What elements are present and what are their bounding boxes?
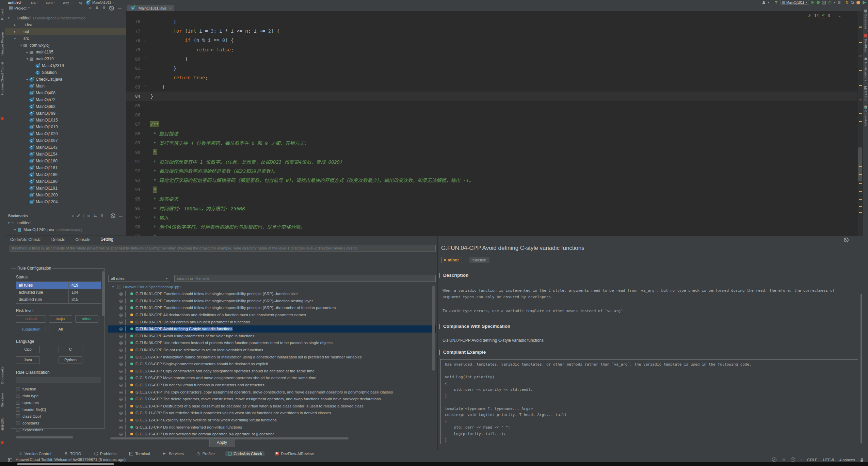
breadcrumb-item[interactable]: oj › (73, 0, 86, 5)
rule-row[interactable]: G.FUN.07-CPP Do not use std::move to ret… (108, 347, 436, 354)
rule-checkbox-cell[interactable] (125, 355, 130, 359)
eye-icon[interactable] (119, 312, 125, 317)
editor-line[interactable]: 96 * 时间限制: 1000ms，内存限制: 256MB (126, 204, 857, 213)
rule-checkbox-cell[interactable] (125, 369, 130, 373)
collapse-all-icon[interactable]: ⇈ (102, 6, 106, 10)
eye-icon[interactable] (119, 334, 125, 338)
eye-icon[interactable] (119, 375, 125, 380)
apply-button[interactable]: Apply (209, 438, 235, 447)
editor-line[interactable]: 88 * 题目描述 (126, 129, 857, 138)
rule-row[interactable]: G.FUN.03-CPP Do not contain any unused p… (108, 318, 436, 325)
locate-file-icon[interactable]: ⊕ (89, 6, 92, 10)
language-button[interactable]: Cpp (16, 346, 40, 353)
status-message[interactable]: Huawei Cloud Toolkit: Welcome! hw0817996… (16, 457, 126, 462)
tree-row[interactable]: MainOj799 (5, 110, 126, 117)
line-number[interactable]: 77 (126, 29, 140, 34)
fold-marker-icon[interactable] (140, 29, 150, 33)
checkbox[interactable] (125, 340, 126, 346)
rule-row[interactable]: G.CLS.05-CPP Move constructors and move … (108, 374, 436, 382)
line-number[interactable]: 88 (126, 131, 140, 136)
line-number[interactable]: 83 (126, 84, 140, 90)
editor-line[interactable]: 87 /** (126, 119, 857, 129)
breadcrumb-item[interactable]: wxy › (57, 0, 73, 5)
line-number[interactable]: 80 (126, 57, 140, 62)
rule-row[interactable]: G.FUN.01-CPP Functions should follow the… (108, 304, 436, 311)
stripe-tab-project[interactable]: Project (0, 9, 4, 20)
checkbox[interactable] (16, 421, 20, 425)
classification-row[interactable]: function (16, 386, 100, 392)
eye-icon[interactable] (119, 320, 125, 324)
eye-icon[interactable] (119, 326, 125, 331)
rule-checkbox-cell[interactable] (125, 383, 130, 387)
checklist-hscrollbar[interactable] (16, 436, 100, 438)
right-stripe-tab[interactable]: Notifications (863, 57, 868, 81)
rule-row[interactable]: G.CLS.12-CPP Explicitly specify override… (108, 417, 436, 424)
checkbox[interactable] (125, 298, 126, 304)
classification-row[interactable]: constants (16, 420, 100, 427)
rule-checkbox-cell[interactable] (125, 312, 130, 317)
eye-icon[interactable] (119, 305, 125, 310)
checkbox[interactable] (125, 410, 126, 416)
rule-checkbox-cell[interactable] (125, 375, 130, 380)
tree-row[interactable]: MainOj2319 (5, 62, 126, 69)
rule-row[interactable]: G.CLS.13-CPP Do not redefine inherited n… (108, 423, 436, 431)
rule-checkbox-cell[interactable] (125, 291, 130, 296)
tree-chevron-icon[interactable] (7, 221, 11, 225)
breadcrumb-item[interactable]: MainOj1811 › (86, 0, 115, 5)
checkbox[interactable] (125, 319, 126, 325)
editor-line[interactable]: 92 * 每次操作后的数字必须始终是素数（如23和29是素数）。 (126, 166, 857, 175)
search-everywhere-icon[interactable] (851, 1, 854, 4)
eye-icon[interactable] (119, 390, 125, 395)
rule-checkbox-cell[interactable] (125, 397, 130, 401)
tool-window-button[interactable]: Profiler (194, 451, 217, 456)
tree-row[interactable]: untitled D:\workspace\Practise\untitled (5, 15, 126, 21)
tree-row[interactable]: MainOj1180 (5, 158, 126, 164)
risk-level-button[interactable]: major (49, 315, 72, 323)
risk-level-button[interactable]: suggestion (16, 326, 46, 333)
editor-line[interactable]: 84 } (126, 92, 857, 101)
rule-checkbox-cell[interactable] (125, 326, 130, 331)
risk-level-button[interactable]: All (49, 326, 72, 333)
checkbox[interactable] (117, 285, 121, 289)
stop-button[interactable] (838, 1, 840, 4)
tree-chevron-icon[interactable] (13, 228, 17, 231)
checkbox[interactable] (125, 375, 126, 381)
bookmark-row[interactable]: MainOj1249.java src/com/wxy/oj (5, 226, 126, 233)
eye-icon[interactable] (119, 425, 125, 430)
editor-line[interactable]: 94 * (126, 185, 857, 194)
fold-marker-icon[interactable] (140, 57, 150, 61)
line-number[interactable]: 95 (126, 196, 140, 202)
rule-row[interactable]: G.CLS.02-CPP Initialization during decla… (108, 353, 436, 360)
hide-panel-icon[interactable]: — (119, 214, 123, 218)
editor-line[interactable]: 95 * 解答要求 (126, 194, 857, 203)
editor-line[interactable]: 80 } (126, 54, 857, 64)
editor-tab[interactable]: MainOj1811.java × (127, 5, 174, 11)
checkbox[interactable] (16, 401, 20, 405)
editor-line[interactable]: 83 } (126, 82, 857, 92)
eye-icon[interactable] (119, 361, 125, 366)
language-button[interactable]: C (59, 346, 82, 353)
next-problem-icon[interactable]: ⌄ (838, 14, 841, 18)
eye-icon[interactable] (119, 291, 125, 296)
fold-marker-icon[interactable] (140, 122, 150, 126)
editor-line[interactable]: 93 * 现给定行李箱的初始密码与解锁密码（都是素数，包含前导 0），请找出最快… (126, 176, 857, 185)
rule-checkbox-cell[interactable] (125, 361, 130, 366)
tree-row[interactable]: MainOj662 (5, 103, 126, 110)
checkbox[interactable] (125, 312, 126, 318)
tree-row[interactable]: MainOj1181 (5, 164, 126, 171)
line-number[interactable]: 87 (126, 122, 140, 127)
tree-row[interactable]: MainOj1143 (5, 144, 126, 151)
rule-row[interactable]: G.CLS.10-CPP Destructors of a base class… (108, 403, 436, 410)
bottom-panel-tab[interactable]: Setting (100, 236, 114, 243)
rule-row[interactable]: G.FUN.01-CPP Functions should follow the… (108, 298, 436, 305)
eye-icon[interactable] (119, 418, 125, 422)
bottom-panel-tab[interactable]: CodeArts Check: (10, 237, 42, 243)
user-account-icon[interactable] (762, 1, 766, 4)
close-tab-icon[interactable]: × (169, 6, 171, 10)
checkbox[interactable] (125, 424, 126, 430)
bookmark-row[interactable]: untitled (5, 220, 126, 226)
tree-chevron-icon[interactable] (111, 285, 115, 289)
fold-marker-icon[interactable] (140, 85, 150, 89)
rule-row[interactable]: G.CLS.11-CPP Do not redefine default par… (108, 409, 436, 417)
line-number[interactable]: 78 (126, 38, 140, 43)
